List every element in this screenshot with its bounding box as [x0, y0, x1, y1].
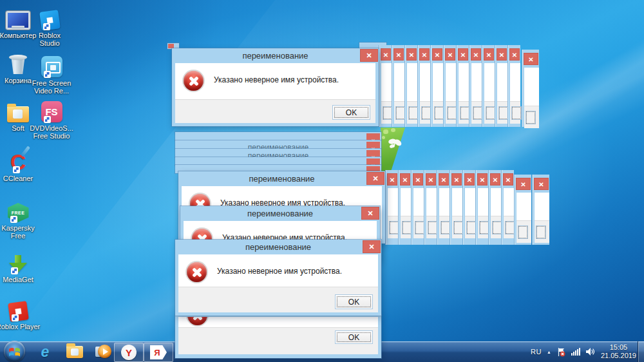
- ok-button-partial[interactable]: [486, 107, 495, 119]
- ok-button[interactable]: OK: [335, 294, 373, 309]
- stacked-dialog: ✕: [450, 170, 462, 245]
- ok-button-partial[interactable]: [383, 107, 392, 119]
- close-button[interactable]: ✕: [413, 173, 423, 186]
- dialog-titlebar[interactable]: переименование ✕: [178, 171, 385, 186]
- close-button[interactable]: ✕: [484, 48, 494, 61]
- taskbar-yandex-app[interactable]: Я: [144, 343, 173, 362]
- ok-button-partial[interactable]: [467, 222, 476, 234]
- close-button[interactable]: ✕: [366, 158, 380, 165]
- close-button[interactable]: ✕: [400, 173, 410, 186]
- close-button[interactable]: ✕: [477, 173, 488, 186]
- stacked-dialog: ✕: [411, 170, 424, 245]
- ok-button-partial[interactable]: [396, 107, 405, 119]
- close-button[interactable]: ✕: [445, 48, 455, 61]
- desktop-icon-roblox-studio[interactable]: Roblox Studio: [28, 4, 71, 47]
- tray-expand-icon[interactable]: ▲: [547, 350, 551, 354]
- ok-button-partial[interactable]: [480, 222, 489, 234]
- ok-button-partial[interactable]: [402, 222, 412, 234]
- close-button[interactable]: ✕: [497, 48, 507, 61]
- dialog-titlebar[interactable]: переименование ✕: [180, 206, 380, 221]
- ok-button-partial[interactable]: [506, 222, 515, 234]
- ok-button-partial[interactable]: [435, 107, 444, 119]
- stacked-dialog: ✕: [462, 170, 475, 245]
- close-button[interactable]: ✕: [361, 207, 379, 220]
- dialog-titlebar[interactable]: переименование ✕: [175, 240, 381, 254]
- language-indicator[interactable]: RU: [531, 348, 542, 356]
- icon-label: Roblox Player: [0, 323, 40, 330]
- volume-icon[interactable]: [585, 347, 596, 356]
- ok-button-partial[interactable]: [473, 107, 482, 119]
- show-desktop-button[interactable]: [638, 341, 644, 362]
- close-button[interactable]: ✕: [432, 48, 442, 61]
- ok-button-partial[interactable]: [448, 107, 457, 119]
- close-button[interactable]: ✕: [393, 48, 404, 61]
- desktop-icon-roblox-player[interactable]: Roblox Player: [0, 295, 43, 330]
- close-button[interactable]: ✕: [381, 48, 391, 61]
- taskbar-internet-explorer[interactable]: e: [32, 343, 58, 361]
- desktop-icon-mediaget[interactable]: MediaGet: [0, 248, 43, 283]
- ok-button-partial[interactable]: [454, 222, 463, 234]
- close-button[interactable]: ✕: [360, 49, 378, 62]
- ok-button-partial[interactable]: [390, 222, 399, 234]
- ok-button-partial[interactable]: [415, 222, 424, 234]
- dialog-title: переименование: [175, 151, 381, 157]
- close-button[interactable]: ✕: [534, 178, 549, 190]
- ok-button-partial[interactable]: [518, 226, 527, 238]
- desktop-icon-ccleaner[interactable]: C CCleaner: [0, 147, 43, 182]
- dialog-footer-sliver: [413, 216, 424, 238]
- taskbar-media-player[interactable]: [90, 343, 116, 361]
- action-center-flag-icon[interactable]: [556, 347, 566, 357]
- ok-button-partial[interactable]: [512, 107, 521, 119]
- system-tray: RU ▲ 15:05 21.05.2019: [531, 341, 636, 362]
- close-button[interactable]: ✕: [366, 172, 384, 185]
- dialog-body-sliver: [388, 188, 398, 216]
- ok-button-partial[interactable]: [409, 107, 418, 119]
- ok-button-partial[interactable]: [536, 226, 545, 238]
- close-button[interactable]: ✕: [366, 133, 380, 140]
- close-icon: ✕: [499, 52, 504, 59]
- close-button[interactable]: ✕: [509, 48, 520, 61]
- ok-button-partial[interactable]: [441, 222, 450, 234]
- close-icon: ✕: [368, 243, 374, 251]
- ok-button-partial[interactable]: [422, 107, 431, 119]
- desktop-icon-free-screen-video[interactable]: Free Screen Video Re...: [28, 52, 75, 95]
- close-button[interactable]: ✕: [464, 173, 475, 186]
- close-button[interactable]: ✕: [419, 48, 430, 61]
- close-button[interactable]: ✕: [490, 173, 500, 186]
- close-button[interactable]: ✕: [366, 142, 380, 148]
- close-button[interactable]: ✕: [451, 173, 462, 186]
- clock[interactable]: 15:05 21.05.2019: [601, 343, 636, 360]
- close-button[interactable]: ✕: [406, 48, 417, 61]
- close-button[interactable]: ✕: [458, 48, 468, 61]
- ok-button[interactable]: OK: [335, 330, 373, 344]
- dialog-footer-sliver: [459, 101, 469, 124]
- close-button[interactable]: ✕: [363, 240, 381, 253]
- desktop-icon-kaspersky[interactable]: FREE Kaspersky Free: [0, 196, 43, 240]
- close-button[interactable]: ✕: [524, 53, 538, 65]
- ok-button[interactable]: OK: [332, 105, 370, 120]
- taskbar-explorer[interactable]: [62, 343, 88, 361]
- dialog-footer: OK: [178, 287, 378, 312]
- ok-button-partial[interactable]: [428, 222, 437, 234]
- dialog-titlebar[interactable]: переименование ✕: [172, 48, 379, 63]
- ok-button-partial[interactable]: [493, 222, 502, 234]
- start-button[interactable]: [4, 341, 25, 362]
- close-button[interactable]: ✕: [366, 150, 380, 157]
- close-button[interactable]: ✕: [503, 173, 513, 186]
- ok-button-partial[interactable]: [460, 107, 469, 119]
- dialog-title: переименование: [175, 240, 381, 254]
- close-button[interactable]: ✕: [439, 173, 449, 186]
- dialog-body-sliver: [420, 63, 430, 101]
- desktop-icon-dvdvideosoft[interactable]: FS DVDVideoS... Free Studio: [28, 97, 75, 140]
- close-button[interactable]: ✕: [471, 48, 481, 61]
- close-button[interactable]: ✕: [516, 178, 531, 190]
- close-button[interactable]: ✕: [426, 173, 436, 186]
- ok-button-partial[interactable]: [526, 111, 535, 124]
- ok-button-partial[interactable]: [499, 107, 508, 119]
- shortcut-arrow-icon: [10, 216, 17, 223]
- taskbar-yandex-browser[interactable]: Y: [114, 343, 144, 362]
- shortcut-arrow-icon: [13, 166, 20, 173]
- network-icon[interactable]: [571, 348, 580, 356]
- internet-explorer-icon: e: [41, 343, 50, 361]
- close-button[interactable]: ✕: [387, 173, 397, 186]
